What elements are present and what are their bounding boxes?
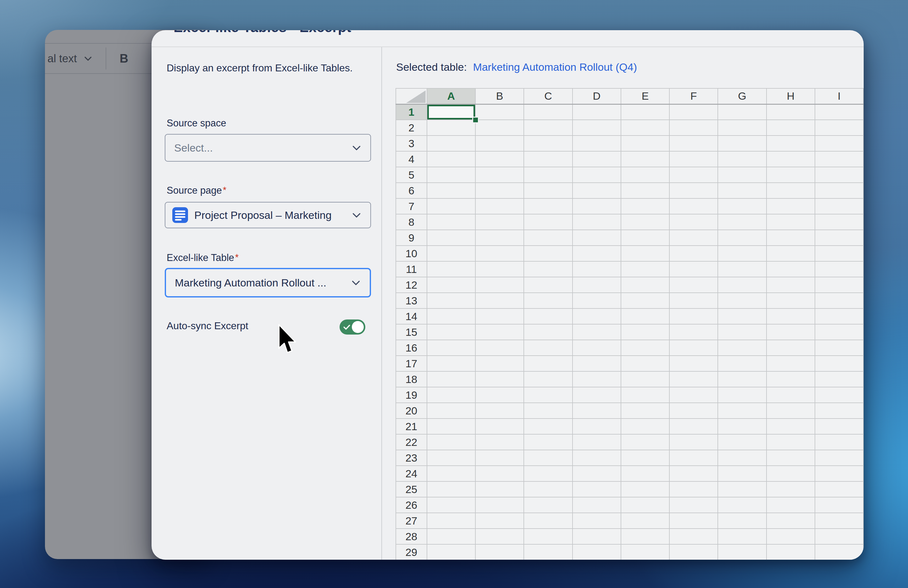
cell-C7[interactable]	[524, 198, 572, 214]
cell-G12[interactable]	[718, 277, 766, 293]
cell-G2[interactable]	[718, 120, 766, 135]
cell-C21[interactable]	[524, 419, 572, 434]
cell-D29[interactable]	[573, 544, 621, 560]
cell-C11[interactable]	[524, 261, 572, 277]
cell-D11[interactable]	[573, 261, 621, 277]
cell-E25[interactable]	[621, 482, 670, 497]
row-header-6[interactable]: 6	[396, 183, 427, 198]
cell-A20[interactable]	[427, 403, 475, 419]
cell-H18[interactable]	[766, 371, 815, 387]
cell-F1[interactable]	[670, 104, 718, 120]
cell-I25[interactable]	[815, 482, 863, 497]
cell-H6[interactable]	[766, 183, 815, 198]
row-header-4[interactable]: 4	[396, 151, 427, 167]
cell-F5[interactable]	[670, 167, 718, 183]
cell-E22[interactable]	[621, 434, 670, 450]
cell-I1[interactable]	[815, 104, 863, 120]
cell-H11[interactable]	[766, 261, 815, 277]
cell-I2[interactable]	[815, 120, 863, 135]
cell-I8[interactable]	[815, 214, 863, 230]
row-header-20[interactable]: 20	[396, 403, 427, 419]
cell-C4[interactable]	[524, 151, 572, 167]
cell-A22[interactable]	[427, 434, 475, 450]
cell-D16[interactable]	[573, 340, 621, 356]
cell-C8[interactable]	[524, 214, 572, 230]
cell-C9[interactable]	[524, 230, 572, 246]
cell-H29[interactable]	[766, 544, 815, 560]
cell-I22[interactable]	[815, 434, 863, 450]
cell-E21[interactable]	[621, 419, 670, 434]
cell-F20[interactable]	[670, 403, 718, 419]
cell-B18[interactable]	[475, 371, 524, 387]
cell-E1[interactable]	[621, 104, 670, 120]
cell-H27[interactable]	[766, 513, 815, 528]
cell-B15[interactable]	[475, 324, 524, 340]
cell-C19[interactable]	[524, 387, 572, 403]
cell-B14[interactable]	[475, 308, 524, 324]
cell-F24[interactable]	[670, 466, 718, 482]
cell-D13[interactable]	[573, 293, 621, 308]
cell-C15[interactable]	[524, 324, 572, 340]
column-header-H[interactable]: H	[766, 89, 815, 104]
cell-E23[interactable]	[621, 450, 670, 466]
cell-H12[interactable]	[766, 277, 815, 293]
cell-C17[interactable]	[524, 356, 572, 371]
cell-H5[interactable]	[766, 167, 815, 183]
cell-B17[interactable]	[475, 356, 524, 371]
cell-C16[interactable]	[524, 340, 572, 356]
cell-G21[interactable]	[718, 419, 766, 434]
cell-I6[interactable]	[815, 183, 863, 198]
cell-A4[interactable]	[427, 151, 475, 167]
cell-H10[interactable]	[766, 246, 815, 261]
cell-F4[interactable]	[670, 151, 718, 167]
cell-G22[interactable]	[718, 434, 766, 450]
cell-A17[interactable]	[427, 356, 475, 371]
row-header-12[interactable]: 12	[396, 277, 427, 293]
cell-I28[interactable]	[815, 528, 863, 544]
cell-E15[interactable]	[621, 324, 670, 340]
cell-H28[interactable]	[766, 528, 815, 544]
cell-H23[interactable]	[766, 450, 815, 466]
cell-A11[interactable]	[427, 261, 475, 277]
cell-D9[interactable]	[573, 230, 621, 246]
cell-A16[interactable]	[427, 340, 475, 356]
cell-A25[interactable]	[427, 482, 475, 497]
cell-C14[interactable]	[524, 308, 572, 324]
cell-H17[interactable]	[766, 356, 815, 371]
cell-H25[interactable]	[766, 482, 815, 497]
cell-F6[interactable]	[670, 183, 718, 198]
cell-I24[interactable]	[815, 466, 863, 482]
cell-H21[interactable]	[766, 419, 815, 434]
row-header-23[interactable]: 23	[396, 450, 427, 466]
cell-A27[interactable]	[427, 513, 475, 528]
cell-A15[interactable]	[427, 324, 475, 340]
cell-D21[interactable]	[573, 419, 621, 434]
cell-F11[interactable]	[670, 261, 718, 277]
cell-D10[interactable]	[573, 246, 621, 261]
row-header-24[interactable]: 24	[396, 466, 427, 482]
cell-B9[interactable]	[475, 230, 524, 246]
cell-C24[interactable]	[524, 466, 572, 482]
cell-E26[interactable]	[621, 497, 670, 513]
cell-H19[interactable]	[766, 387, 815, 403]
cell-C1[interactable]	[524, 104, 572, 120]
cell-C2[interactable]	[524, 120, 572, 135]
cell-C25[interactable]	[524, 482, 572, 497]
cell-G15[interactable]	[718, 324, 766, 340]
row-header-16[interactable]: 16	[396, 340, 427, 356]
cell-A13[interactable]	[427, 293, 475, 308]
row-header-1[interactable]: 1	[396, 104, 427, 120]
cell-I11[interactable]	[815, 261, 863, 277]
cell-G25[interactable]	[718, 482, 766, 497]
cell-F28[interactable]	[670, 528, 718, 544]
cell-D7[interactable]	[573, 198, 621, 214]
cell-A8[interactable]	[427, 214, 475, 230]
cell-B5[interactable]	[475, 167, 524, 183]
cell-G4[interactable]	[718, 151, 766, 167]
cell-E5[interactable]	[621, 167, 670, 183]
cell-E8[interactable]	[621, 214, 670, 230]
cell-D19[interactable]	[573, 387, 621, 403]
row-header-5[interactable]: 5	[396, 167, 427, 183]
cell-H15[interactable]	[766, 324, 815, 340]
cell-C10[interactable]	[524, 246, 572, 261]
